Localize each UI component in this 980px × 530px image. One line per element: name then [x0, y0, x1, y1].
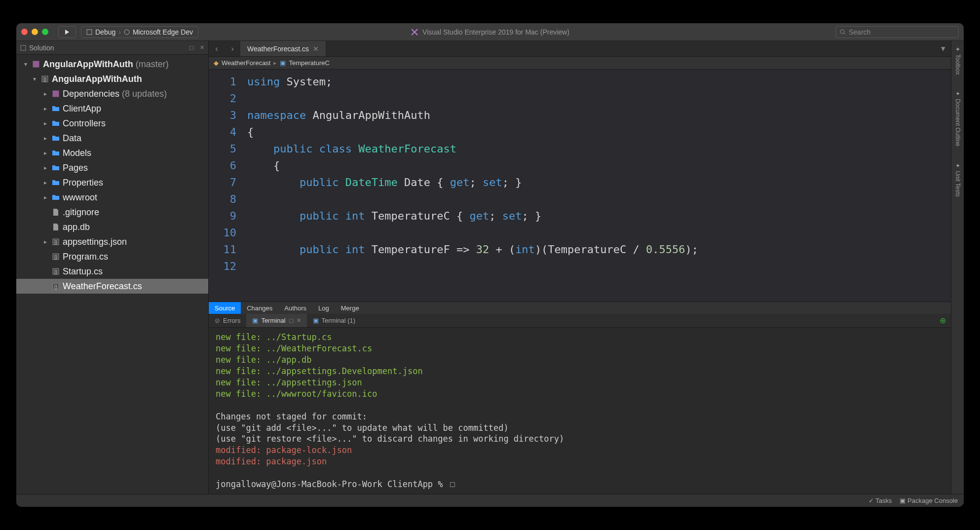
item-icon — [51, 149, 61, 157]
close-window-button[interactable] — [21, 29, 28, 35]
svg-line-3 — [844, 33, 845, 35]
item-label: Controllers — [63, 118, 106, 129]
tasks-button[interactable]: ✓ Tasks — [868, 497, 892, 504]
tree-item[interactable]: app.db — [16, 220, 208, 234]
code-area[interactable]: using System;namespace AngularAppWithAut… — [243, 70, 951, 302]
tree-item[interactable]: .gitignore — [16, 205, 208, 220]
item-icon — [51, 208, 61, 216]
tree-item[interactable]: {}Program.cs — [16, 249, 208, 264]
solution-icon — [20, 45, 26, 51]
status-bar: ✓ Tasks ▣ Package Console — [16, 494, 964, 507]
tree-item[interactable]: ▸Models — [16, 146, 208, 160]
source-tab[interactable]: Authors — [278, 302, 312, 314]
tree-item[interactable]: ▾{}AngularAppWithAuth — [16, 72, 208, 86]
package-console-button[interactable]: ▣ Package Console — [900, 497, 958, 504]
item-label: appsettings.json — [63, 237, 127, 247]
chevron-icon: ▾ — [22, 61, 29, 68]
item-icon — [51, 134, 61, 142]
item-icon — [51, 193, 61, 201]
class-icon: ◆ — [214, 59, 219, 67]
chevron-icon: ▸ — [42, 150, 49, 156]
tree-item[interactable]: ▸wwwroot — [16, 190, 208, 205]
item-label: Pages — [63, 163, 88, 173]
editor-column: ‹ › WeatherForecast.cs ✕ ▾ ◆ WeatherFore… — [209, 41, 951, 494]
editor-tab[interactable]: WeatherForecast.cs ✕ — [240, 41, 326, 56]
item-icon — [51, 164, 61, 172]
panel-collapse-icon[interactable]: ▢ — [189, 44, 194, 51]
tree-item[interactable]: ▸Controllers — [16, 116, 208, 131]
source-tab[interactable]: Merge — [335, 302, 365, 314]
item-label: Models — [63, 148, 91, 158]
svg-point-2 — [840, 30, 844, 34]
cursor — [450, 482, 455, 487]
terminal-icon: ▣ — [313, 317, 319, 324]
item-label: app.db — [63, 222, 90, 232]
terminal2-tab[interactable]: ▣ Terminal (1) — [307, 314, 362, 327]
search-input[interactable]: Search — [835, 26, 959, 38]
add-terminal-button[interactable]: ⊕ — [940, 316, 946, 325]
right-tab[interactable]: ✦ Toolbox — [953, 43, 962, 77]
item-icon: {} — [51, 267, 61, 275]
item-icon — [51, 90, 61, 98]
window-controls — [21, 29, 48, 35]
chevron-icon: ▸ — [42, 105, 49, 112]
nav-back-button[interactable]: ‹ — [209, 41, 225, 56]
tree-item[interactable]: ▾AngularAppWithAuth (master) — [16, 57, 208, 72]
item-icon: {} — [51, 282, 61, 290]
item-icon: {} — [40, 75, 50, 83]
item-icon — [51, 105, 61, 113]
editor-tabstrip: ‹ › WeatherForecast.cs ✕ ▾ — [209, 41, 951, 57]
ide-window: Debug › Microsoft Edge Dev Visual Studio… — [16, 23, 964, 507]
tab-collapse-icon[interactable]: ▢ — [289, 317, 294, 324]
app-title: Visual Studio Enterprise 2019 for Mac (P… — [411, 28, 569, 36]
source-tab[interactable]: Changes — [241, 302, 278, 314]
chevron-icon: ▾ — [31, 76, 38, 82]
source-control-bar: SourceChangesAuthorsLogMerge — [209, 302, 951, 314]
tree-item[interactable]: ▸{}appsettings.json — [16, 234, 208, 249]
svg-text:{}: {} — [54, 255, 57, 260]
item-label: Dependencies (8 updates) — [63, 89, 167, 99]
terminal-output[interactable]: new file: ../Startup.cs new file: ../Wea… — [209, 328, 951, 494]
minimize-window-button[interactable] — [32, 29, 38, 35]
tab-menu-button[interactable]: ▾ — [935, 41, 951, 56]
terminal-tab[interactable]: ▣ Terminal ▢ ✕ — [246, 314, 306, 327]
tree-item[interactable]: {}WeatherForecast.cs — [16, 279, 208, 294]
item-icon — [31, 60, 41, 68]
item-icon: {} — [51, 253, 61, 261]
item-icon — [51, 179, 61, 187]
right-tab[interactable]: ✦ Document Outline — [953, 87, 962, 149]
bottom-panel: SourceChangesAuthorsLogMerge ⊘ Errors ▣ … — [209, 302, 951, 494]
nav-fwd-button[interactable]: › — [225, 41, 240, 56]
chevron-icon: ▸ — [42, 120, 49, 127]
tree-item[interactable]: ▸Pages — [16, 160, 208, 175]
terminal-icon: ▣ — [252, 317, 258, 324]
tree-item[interactable]: ▸Data — [16, 131, 208, 146]
chevron-icon: ▸ — [42, 194, 49, 201]
item-label: Data — [63, 133, 81, 144]
svg-text:{}: {} — [54, 284, 57, 289]
right-tab[interactable]: ✦ Unit Tests — [953, 159, 962, 200]
panel-close-icon[interactable]: ✕ — [200, 44, 204, 51]
breadcrumb[interactable]: ◆ WeatherForecast ▸ ▣ TemperatureC — [209, 57, 951, 70]
tree-item[interactable]: ▸ClientApp — [16, 101, 208, 116]
svg-text:{}: {} — [54, 240, 57, 245]
tree-item[interactable]: ▸Dependencies (8 updates) — [16, 86, 208, 101]
chevron-icon: ▸ — [42, 90, 49, 97]
tree-item[interactable]: {}Startup.cs — [16, 264, 208, 279]
tab-close-icon[interactable]: ✕ — [297, 317, 301, 324]
tree-item[interactable]: ▸Properties — [16, 175, 208, 190]
item-label: wwwroot — [63, 192, 97, 203]
run-config-selector[interactable]: Debug › Microsoft Edge Dev — [81, 26, 198, 38]
maximize-window-button[interactable] — [42, 29, 48, 35]
code-editor[interactable]: 123456789101112 using System;namespace A… — [209, 70, 951, 302]
source-tab[interactable]: Log — [312, 302, 335, 314]
source-tab[interactable]: Source — [209, 302, 241, 314]
errors-tab[interactable]: ⊘ Errors — [209, 314, 246, 327]
item-label: AngularAppWithAuth — [52, 74, 142, 84]
item-icon: {} — [51, 238, 61, 246]
solution-tree: ▾AngularAppWithAuth (master)▾{}AngularAp… — [16, 55, 208, 494]
svg-rect-4 — [21, 45, 26, 50]
run-button[interactable] — [58, 26, 76, 38]
close-tab-icon[interactable]: ✕ — [313, 45, 319, 53]
item-label: AngularAppWithAuth (master) — [43, 59, 169, 70]
